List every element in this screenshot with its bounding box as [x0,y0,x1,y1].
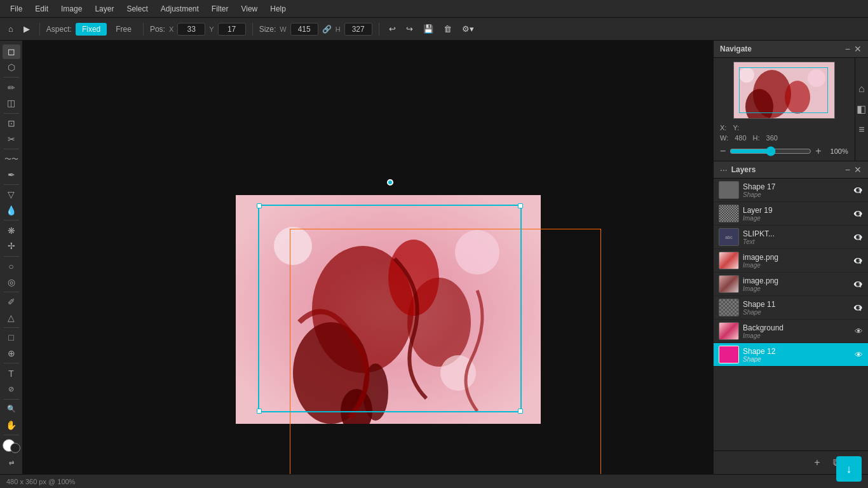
nav-home-icon[interactable]: ⌂ [858,84,865,94]
menu-select[interactable]: Select [121,3,153,15]
layer-visibility-11[interactable]: 👁‍🗨 [853,303,863,313]
layers-close-button[interactable]: ✕ [854,165,862,174]
eyedropper-tool-button[interactable]: ⊘ [3,382,20,396]
draw-tool-button[interactable]: ✏ [3,80,20,95]
menu-view[interactable]: View [236,3,262,15]
y-input[interactable] [218,23,246,36]
menu-layer[interactable]: Layer [90,3,119,15]
select-tool-button[interactable]: ◻ [3,44,20,59]
dropper-tool-button[interactable]: 💧 [3,203,20,218]
hand-tool-button[interactable]: ✋ [3,417,20,432]
rect-tool-button[interactable]: □ [3,330,20,345]
menu-image[interactable]: Image [56,3,87,15]
svg-point-13 [785,81,810,114]
navigate-panel: Navigate − ✕ [714,41,868,161]
menu-help[interactable]: Help [265,3,291,15]
main-area: ◻ ⬡ ✏ ◫ ⊡ ✂ 〜〜 ✒ ▽ 💧 ❋ ✢ ○ ◎ ✐ △ □ ⊕ T ⊘… [0,41,868,474]
nav-h-value: 360 [766,134,778,142]
layer-type-11: Shape [743,309,849,316]
background-color[interactable] [10,443,20,453]
layer-type-17: Shape [743,191,849,198]
pos-label: Pos: [150,25,165,34]
cursor-button[interactable]: ▶ [20,22,33,36]
h-input[interactable] [344,23,372,36]
zoom-out-button[interactable]: − [720,146,726,157]
navigate-thumbnail[interactable] [733,62,835,119]
layer-item-img1[interactable]: image.png Image 👁‍🗨 [714,249,868,273]
navigate-close-button[interactable]: ✕ [854,44,862,53]
layers-menu-button[interactable]: ··· [720,165,728,174]
pen-tool-button[interactable]: ✐ [3,295,20,309]
layer-visibility-17[interactable]: 👁‍🗨 [853,186,863,195]
aspect-fixed-button[interactable]: Fixed [76,23,107,36]
layer-visibility-bg[interactable]: 👁 [855,327,863,336]
eraser-tool-button[interactable]: ◫ [3,96,20,111]
navigate-minimize-button[interactable]: − [845,44,850,53]
layer-visibility-img1[interactable]: 👁‍🗨 [853,256,863,266]
tool-sep-11 [4,435,19,435]
text-tool-button[interactable]: T [3,366,20,381]
layers-minimize-button[interactable]: − [845,165,850,174]
layer-item-slipkt[interactable]: abc SLIPKT... Text 👁‍🗨 [714,226,868,249]
tool-sep-10 [4,399,19,400]
redo-button[interactable]: ↪ [403,22,416,36]
clone-tool-button[interactable]: ✒ [3,167,20,182]
tool-sep-3 [4,149,19,149]
home-button[interactable]: ⌂ [5,22,17,36]
layer-visibility-slipkt[interactable]: 👁‍🗨 [853,233,863,242]
heal-tool-button[interactable]: ✢ [3,239,20,254]
w-input[interactable] [290,23,318,36]
delete-button[interactable]: 🗑 [440,22,455,36]
layer-item-17[interactable]: Shape 17 Shape 👁‍🗨 [714,179,868,202]
nav-adjust-icon[interactable]: ≡ [858,125,864,135]
pattern-tool-button[interactable]: ❋ [3,223,20,238]
zoom-tool-button[interactable]: 🔍 [3,402,20,417]
settings-button[interactable]: ⚙▾ [459,22,477,36]
layer-item-19[interactable]: Layer 19 Image 👁‍🗨 [714,202,868,226]
lasso-tool-button[interactable]: ⬡ [3,60,20,75]
zoom-in-button[interactable]: + [815,146,821,157]
layer-name-19: Layer 19 [743,206,849,215]
menu-edit[interactable]: Edit [30,3,53,15]
swap-colors-button[interactable]: ⇄ [3,456,20,470]
layers-list: Shape 17 Shape 👁‍🗨 Layer 19 Image 👁‍🗨 [714,179,868,451]
layer-name-11: Shape 11 [743,300,849,309]
dodge-tool-button[interactable]: ○ [3,259,20,274]
shape-tool-button[interactable]: △ [3,310,20,325]
x-input[interactable] [177,23,205,36]
layer-visibility-12[interactable]: 👁 [855,350,863,360]
layer-name-12: Shape 12 [743,347,851,356]
layers-header: ··· Layers − ✕ [714,161,868,179]
layer-item-background[interactable]: Background Image 👁 [714,320,868,343]
crop-tool-button[interactable]: ⊡ [3,116,20,131]
menu-filter[interactable]: Filter [207,3,234,15]
fill-tool-button[interactable]: ▽ [3,187,20,202]
tool-sep-7 [4,292,19,292]
selection-top-handle[interactable] [387,179,393,186]
aspect-free-button[interactable]: Free [111,23,137,36]
save-button[interactable]: 💾 [420,22,437,36]
cut-tool-button[interactable]: ✂ [3,132,20,146]
nav-h-label: H: [753,134,760,142]
export-button[interactable]: ↓ [836,456,862,474]
layer-name-slipkt: SLIPKT... [743,229,849,238]
canvas-area[interactable] [23,41,713,474]
separator-2 [143,23,144,36]
svg-point-7 [274,227,312,265]
undo-button[interactable]: ↩ [386,22,399,36]
nav-layers-icon[interactable]: ◧ [857,104,866,114]
menu-adjustment[interactable]: Adjustment [156,3,204,15]
layer-visibility-img2[interactable]: 👁‍🗨 [853,280,863,289]
layer-visibility-19[interactable]: 👁‍🗨 [853,209,863,219]
stamp-tool-button[interactable]: ⊕ [3,346,20,361]
layer-item-img2[interactable]: image.png Image 👁‍🗨 [714,273,868,296]
add-layer-button[interactable]: + [810,455,825,470]
x-coord-label: X [169,25,173,33]
menu-file[interactable]: File [5,3,27,15]
zoom-slider[interactable] [729,146,811,156]
smudge-tool-button[interactable]: 〜〜 [3,152,20,166]
sharpen-tool-button[interactable]: ◎ [3,274,20,289]
layer-info-17: Shape 17 Shape [743,182,849,198]
layer-item-12[interactable]: Shape 12 Shape 👁 [714,343,868,367]
layer-item-11[interactable]: Shape 11 Shape 👁‍🗨 [714,296,868,320]
